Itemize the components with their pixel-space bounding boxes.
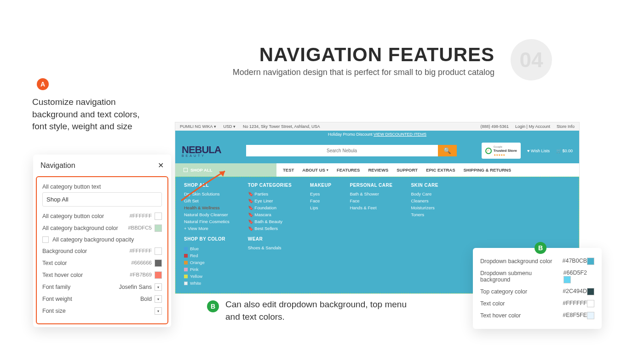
store-info-link[interactable]: Store Info bbox=[557, 124, 575, 129]
color-filter[interactable]: White bbox=[184, 280, 230, 287]
color-swatch[interactable] bbox=[155, 247, 162, 255]
search-button[interactable]: 🔍 bbox=[438, 145, 457, 156]
nav-bar: SHOP ALL TESTABOUT US ▾FEATURESREVIEWSSU… bbox=[175, 163, 579, 177]
section-number-badge: 04 bbox=[511, 39, 552, 80]
nav-item[interactable]: REVIEWS bbox=[368, 167, 388, 172]
callout-a-badge: A bbox=[37, 78, 49, 90]
lang-select[interactable]: PUMILI NG WIKA ▾ bbox=[180, 124, 216, 129]
mega-col-title: SKIN CARE bbox=[411, 183, 438, 188]
cart-link[interactable]: 🛒 $0.00 bbox=[556, 149, 573, 153]
color-filter[interactable]: Blue bbox=[184, 245, 230, 252]
panel-title: Navigation bbox=[40, 161, 75, 170]
callout-a-description: Customize navigationbackground and text … bbox=[32, 96, 139, 133]
callout-b-badge-small: B bbox=[535, 242, 546, 254]
field-label: All category button text bbox=[42, 184, 162, 190]
color-swatch[interactable] bbox=[155, 271, 162, 279]
nav-item[interactable]: ABOUT US ▾ bbox=[302, 167, 328, 172]
search-icon: 🔍 bbox=[443, 147, 451, 154]
dropdown-colors-panel: B Dropdown background color#47B0CBDropdo… bbox=[473, 248, 602, 329]
mega-link[interactable]: 🔖 Best Sellers bbox=[248, 225, 292, 232]
nav-item[interactable]: TEST bbox=[283, 167, 294, 172]
mega-link[interactable]: Natural Fine Cosmetics bbox=[184, 218, 230, 225]
grid-icon bbox=[184, 168, 188, 172]
mega-link[interactable]: 🔖 Eye Liner bbox=[248, 197, 292, 204]
color-swatch[interactable] bbox=[155, 259, 162, 267]
mega-link[interactable]: 🔖 Parties bbox=[248, 190, 292, 197]
callout-b-badge: B bbox=[207, 300, 219, 312]
nav-item[interactable]: SUPPORT bbox=[397, 167, 418, 172]
mega-link[interactable]: Eyes bbox=[310, 190, 331, 197]
color-filter[interactable]: Pink bbox=[184, 266, 230, 273]
mega-link[interactable]: Shoes & Sandals bbox=[248, 244, 292, 251]
chevron-down-icon[interactable]: ▾ bbox=[155, 283, 162, 291]
mega-link[interactable]: Body Care bbox=[411, 190, 438, 197]
search-bar: 🔍 bbox=[246, 145, 457, 156]
mega-link[interactable]: 🔖 Bath & Beauty bbox=[248, 218, 292, 225]
color-swatch[interactable] bbox=[564, 276, 571, 283]
mega-link[interactable]: Face bbox=[350, 197, 392, 204]
topbar: PUMILI NG WIKA ▾ USD ▾ No 1234, Sky Towe… bbox=[175, 122, 579, 131]
mega-link[interactable]: Bath & Shower bbox=[350, 190, 392, 197]
promo-link[interactable]: VIEW DISCOUNTED ITEMS bbox=[374, 132, 426, 137]
mega-link[interactable]: Hands & Feet bbox=[350, 204, 392, 211]
mega-link[interactable]: 🔖 Mascara bbox=[248, 211, 292, 218]
search-input[interactable] bbox=[246, 145, 438, 156]
chevron-down-icon[interactable]: ▾ bbox=[155, 307, 162, 315]
navigation-settings-panel: Navigation ✕ All category button text Al… bbox=[33, 155, 171, 327]
mega-col-title: MAKEUP bbox=[310, 183, 331, 188]
callout-b-description: Can also edit dropdown background, top m… bbox=[225, 299, 407, 323]
mega-link[interactable]: + View More bbox=[184, 225, 230, 232]
mega-col-title: PERSONAL CARE bbox=[350, 183, 392, 188]
color-filter[interactable]: Orange bbox=[184, 259, 230, 266]
mega-link[interactable]: 🔖 Foundation bbox=[248, 204, 292, 211]
chevron-down-icon[interactable]: ▾ bbox=[155, 295, 162, 303]
mega-link[interactable]: Lips bbox=[310, 204, 331, 211]
mega-link[interactable]: Toners bbox=[411, 211, 438, 218]
wishlist-link[interactable]: ♥ Wish Lists bbox=[527, 149, 550, 153]
account-link[interactable]: Login | My Account bbox=[515, 124, 550, 129]
nav-item[interactable]: EPIC EXTRAS bbox=[426, 167, 455, 172]
mega-link[interactable]: Gift Set bbox=[184, 197, 230, 204]
promo-bar: Holiday Promo Discount VIEW DISCOUNTED I… bbox=[175, 131, 579, 138]
color-filter[interactable]: Yellow bbox=[184, 273, 230, 280]
page-title: NAVIGATION FEATURES bbox=[233, 44, 494, 66]
color-swatch[interactable] bbox=[587, 288, 594, 295]
mega-col-title: TOP CATEGORIES bbox=[248, 183, 292, 188]
page-header: NAVIGATION FEATURES Modern navigation de… bbox=[233, 44, 494, 77]
opacity-checkbox[interactable] bbox=[42, 236, 49, 243]
currency-select[interactable]: USD ▾ bbox=[224, 124, 236, 129]
mega-link[interactable]: Natural Body Cleanser bbox=[184, 211, 230, 218]
mega-link[interactable]: Moisturizers bbox=[411, 204, 438, 211]
mega-link[interactable]: Face bbox=[310, 197, 331, 204]
color-swatch[interactable] bbox=[587, 312, 594, 319]
color-swatch[interactable] bbox=[155, 224, 162, 232]
color-swatch[interactable] bbox=[155, 213, 162, 220]
trust-badge: ✓GoogleTrusted Store★★★★★ bbox=[482, 143, 521, 159]
logo[interactable]: NEBULABEAUTY bbox=[182, 144, 221, 157]
mega-link[interactable]: Dry Skin Solutions bbox=[184, 190, 230, 197]
mega-col-title: SHOP ALL bbox=[184, 183, 230, 188]
mega-link[interactable]: Cleaners bbox=[411, 197, 438, 204]
category-button-text-input[interactable] bbox=[42, 192, 162, 207]
nav-item[interactable]: SHIPPING & RETURNS bbox=[464, 167, 511, 172]
close-icon[interactable]: ✕ bbox=[158, 161, 164, 170]
shop-all-button[interactable]: SHOP ALL bbox=[175, 163, 276, 177]
color-swatch[interactable] bbox=[587, 258, 594, 265]
color-swatch[interactable] bbox=[587, 300, 594, 307]
nav-item[interactable]: FEATURES bbox=[337, 167, 360, 172]
page-subtitle: Modern navigation design that is perfect… bbox=[233, 68, 494, 77]
color-filter[interactable]: Red bbox=[184, 252, 230, 259]
mega-link[interactable]: Health & Wellness bbox=[184, 204, 230, 211]
